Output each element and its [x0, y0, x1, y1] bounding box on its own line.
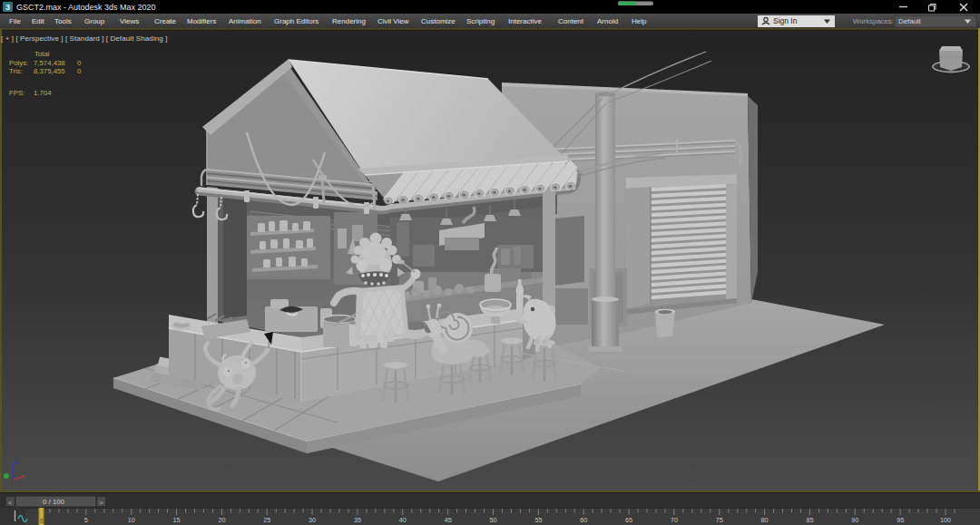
svg-text:80: 80 [761, 516, 769, 524]
svg-text:100: 100 [940, 516, 951, 524]
svg-text:Polys:: Polys: [9, 59, 28, 67]
svg-text:Tris:: Tris: [9, 67, 23, 75]
svg-text:65: 65 [625, 516, 632, 524]
svg-text:35: 35 [354, 516, 361, 524]
svg-text:<: < [8, 499, 13, 507]
svg-text:[ + ] [ Perspective ] [ Stan: [ + ] [ Perspective ] [ Standard ] [ Def… [1, 34, 168, 43]
svg-text:Sign In: Sign In [773, 16, 798, 25]
svg-text:60: 60 [580, 516, 587, 524]
svg-text:45: 45 [445, 516, 452, 524]
svg-text:Interactive: Interactive [508, 17, 542, 25]
svg-text:8,375,455: 8,375,455 [34, 67, 65, 75]
svg-text:95: 95 [897, 516, 904, 524]
svg-text:25: 25 [263, 516, 270, 524]
svg-text:Default: Default [898, 17, 922, 25]
svg-text:70: 70 [671, 516, 678, 524]
svg-text:Edit: Edit [32, 17, 45, 25]
svg-text:0: 0 [77, 59, 82, 67]
svg-text:Modifiers: Modifiers [187, 17, 216, 25]
svg-text:Arnold: Arnold [597, 17, 618, 25]
svg-text:Graph Editors: Graph Editors [274, 17, 318, 25]
svg-text:Content: Content [558, 17, 584, 25]
svg-text:Create: Create [154, 17, 177, 25]
svg-text:0 / 100: 0 / 100 [43, 498, 65, 506]
svg-text:5: 5 [84, 516, 88, 524]
svg-text:0: 0 [77, 67, 82, 75]
svg-text:Group: Group [84, 17, 105, 25]
svg-text:>: > [99, 499, 103, 507]
svg-text:GSCT2.max - Autodesk 3ds Max 2: GSCT2.max - Autodesk 3ds Max 2020 [16, 3, 156, 12]
svg-text:3: 3 [5, 3, 10, 12]
svg-text:55: 55 [534, 516, 542, 524]
svg-text:85: 85 [807, 516, 814, 524]
svg-text:File: File [9, 17, 21, 25]
svg-text:30: 30 [309, 516, 316, 524]
svg-text:50: 50 [490, 516, 497, 524]
svg-text:Civil View: Civil View [377, 17, 409, 25]
svg-text:Rendering: Rendering [332, 17, 366, 25]
svg-text:75: 75 [716, 516, 723, 524]
svg-text:FPS:: FPS: [9, 89, 24, 97]
svg-text:15: 15 [173, 516, 181, 524]
svg-text:0: 0 [40, 518, 44, 524]
svg-text:1.704: 1.704 [34, 89, 52, 97]
svg-text:Scripting: Scripting [466, 17, 495, 25]
svg-text:Animation: Animation [229, 17, 261, 25]
svg-text:40: 40 [399, 516, 407, 524]
svg-text:Customize: Customize [421, 17, 456, 25]
svg-text:Workspaces:: Workspaces: [853, 17, 894, 25]
svg-text:Total: Total [34, 50, 50, 58]
svg-text:10: 10 [128, 516, 135, 524]
svg-text:20: 20 [218, 516, 225, 524]
svg-text:90: 90 [851, 516, 858, 524]
svg-text:Help: Help [632, 17, 647, 25]
svg-text:7,574,438: 7,574,438 [34, 59, 65, 67]
svg-text:Views: Views [120, 17, 139, 25]
svg-text:Tools: Tools [54, 17, 72, 25]
